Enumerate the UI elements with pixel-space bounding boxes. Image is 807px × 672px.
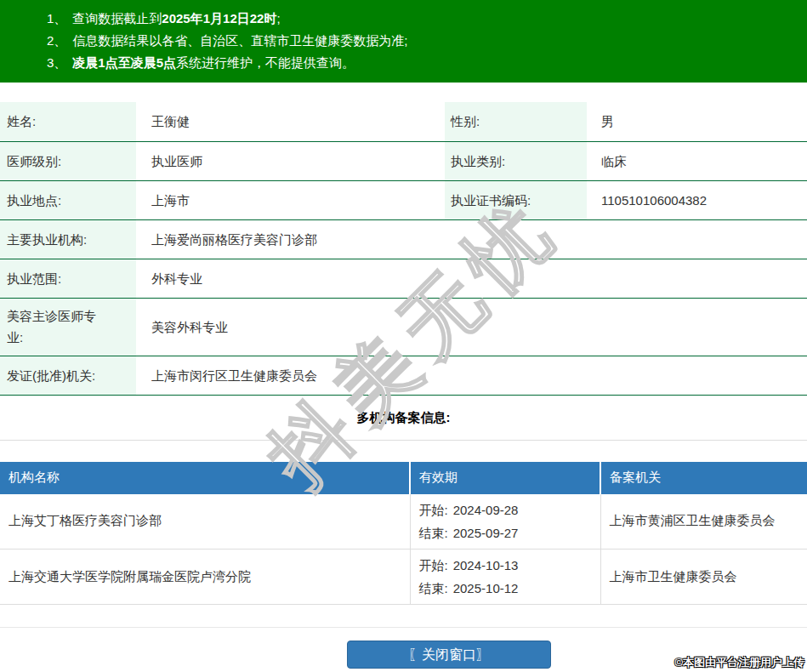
bottom-divider [0, 627, 807, 628]
table-row: 执业范围: 外科专业 [0, 259, 807, 298]
column-header-validity: 有效期 [410, 462, 600, 494]
notice-banner: 1、查询数据截止到2025年1月12日22时; 2、信息数据结果以各省、自治区、… [0, 0, 807, 83]
end-label: 结束: [419, 581, 448, 595]
validity-end: 结束:2025-10-12 [419, 577, 600, 600]
filing-authority: 上海市卫生健康委员会 [600, 550, 807, 605]
table-row: 上海交通大学医学院附属瑞金医院卢湾分院 开始:2024-10-13 结束:202… [0, 550, 807, 605]
field-label-gender: 性别: [445, 102, 587, 141]
column-header-org: 机构名称 [0, 462, 410, 494]
validity-start: 开始:2024-10-13 [419, 554, 600, 577]
notice-number: 2、 [47, 33, 66, 48]
filing-org: 上海艾丁格医疗美容门诊部 [0, 494, 410, 550]
field-value-cert: 110510106004382 [587, 180, 807, 219]
notice-line-3: 3、凌晨1点至凌晨5点系统进行维护，不能提供查询。 [47, 52, 798, 74]
filing-table: 机构名称 有效期 备案机关 上海艾丁格医疗美容门诊部 开始:2024-09-28… [0, 462, 807, 606]
notice-text: 系统进行维护，不能提供查询。 [176, 55, 355, 70]
filing-header-row: 机构名称 有效期 备案机关 [0, 462, 807, 494]
notice-line-1: 1、查询数据截止到2025年1月12日22时; [47, 8, 798, 30]
notice-text-bold: 2025年1月12日22时 [162, 11, 276, 26]
field-label-name: 姓名: [0, 102, 136, 141]
field-value-org: 上海爱尚丽格医疗美容门诊部 [136, 219, 807, 259]
notice-text-bold: 凌晨1点至凌晨5点 [72, 55, 176, 70]
validity-end: 结束:2025-09-27 [419, 521, 600, 544]
field-value-specialty: 美容外科专业 [136, 298, 807, 356]
field-label-cert: 执业证书编码: [445, 180, 587, 219]
table-row: 发证(批准)机关: 上海市闵行区卫生健康委员会 [0, 356, 807, 395]
start-date: 2024-09-28 [453, 503, 519, 517]
end-label: 结束: [419, 526, 448, 540]
column-header-authority: 备案机关 [600, 462, 807, 494]
notice-text: ; [276, 11, 280, 26]
attribution-stamp: ©本图由平台注册用户上传 [674, 655, 804, 670]
start-label: 开始: [419, 558, 448, 572]
table-row: 姓名: 王衡健 性别: 男 [0, 102, 807, 141]
notice-text: 信息数据结果以各省、自治区、直辖市卫生健康委数据为准; [72, 33, 407, 48]
filing-authority: 上海市黄浦区卫生健康委员会 [600, 494, 807, 550]
validity-start: 开始:2024-09-28 [419, 498, 600, 521]
table-row: 医师级别: 执业医师 执业类别: 临床 [0, 141, 807, 180]
notice-text: 查询数据截止到 [72, 11, 162, 26]
field-value-location: 上海市 [136, 180, 445, 219]
table-row: 执业地点: 上海市 执业证书编码: 110510106004382 [0, 180, 807, 219]
field-label-org: 主要执业机构: [0, 219, 136, 259]
field-value-name: 王衡健 [136, 102, 445, 141]
table-row: 主要执业机构: 上海爱尚丽格医疗美容门诊部 [0, 219, 807, 259]
notice-number: 1、 [47, 11, 66, 26]
filing-validity: 开始:2024-09-28 结束:2025-09-27 [410, 494, 600, 550]
field-label-level: 医师级别: [0, 141, 136, 180]
field-value-gender: 男 [587, 102, 807, 141]
table-row: 上海艾丁格医疗美容门诊部 开始:2024-09-28 结束:2025-09-27… [0, 494, 807, 550]
field-label-specialty: 美容主诊医师专业: [0, 298, 136, 356]
field-value-scope: 外科专业 [136, 259, 807, 298]
filing-section-title: 多机构备案信息: [0, 396, 807, 441]
field-label-authority: 发证(批准)机关: [0, 356, 136, 395]
field-value-authority: 上海市闵行区卫生健康委员会 [136, 356, 807, 395]
start-label: 开始: [419, 503, 448, 517]
field-label-scope: 执业范围: [0, 259, 136, 298]
end-date: 2025-10-12 [453, 581, 519, 595]
table-row: 美容主诊医师专业: 美容外科专业 [0, 298, 807, 356]
notice-line-2: 2、信息数据结果以各省、自治区、直辖市卫生健康委数据为准; [47, 30, 798, 52]
field-value-category: 临床 [587, 141, 807, 180]
end-date: 2025-09-27 [453, 526, 519, 540]
close-window-button[interactable]: 〖关闭窗口〗 [347, 641, 551, 669]
field-label-location: 执业地点: [0, 180, 136, 219]
filing-org: 上海交通大学医学院附属瑞金医院卢湾分院 [0, 550, 410, 605]
field-value-level: 执业医师 [136, 141, 445, 180]
field-label-category: 执业类别: [445, 141, 587, 180]
notice-number: 3、 [47, 55, 66, 70]
doctor-info-table: 姓名: 王衡健 性别: 男 医师级别: 执业医师 执业类别: 临床 执业地点: … [0, 102, 807, 396]
start-date: 2024-10-13 [453, 558, 519, 572]
filing-validity: 开始:2024-10-13 结束:2025-10-12 [410, 550, 600, 605]
